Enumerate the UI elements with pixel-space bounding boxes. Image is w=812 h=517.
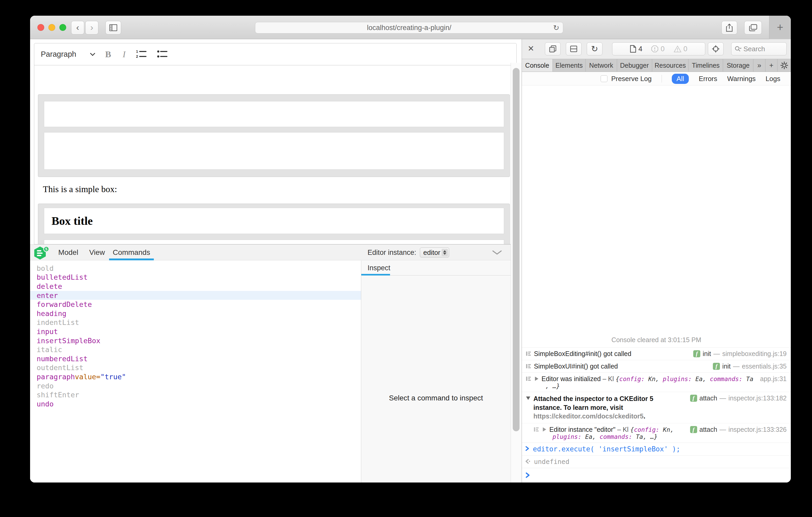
tab-timelines[interactable]: Timelines — [689, 59, 723, 71]
reload-icon[interactable]: ↻ — [553, 24, 559, 32]
close-inspector-button[interactable]: ✕ — [528, 44, 534, 53]
disclosure-triangle-icon[interactable] — [535, 377, 539, 381]
sidebar-button[interactable] — [106, 21, 121, 34]
console-message[interactable]: SimpleBoxEditing#init() got called f ini… — [522, 347, 791, 360]
command-item[interactable]: indentList — [30, 318, 361, 327]
heading-dropdown[interactable]: Paragraph — [41, 50, 96, 59]
filter-logs[interactable]: Logs — [766, 75, 780, 83]
command-item[interactable]: numberedList — [30, 354, 361, 363]
add-tab-button[interactable]: + — [765, 59, 778, 71]
tab-overflow-button[interactable]: » — [753, 59, 765, 71]
tab-storage[interactable]: Storage — [723, 59, 753, 71]
console-message[interactable]: Editor was initialized – Kl {config: Kn,… — [522, 372, 791, 392]
separator: — — [720, 426, 726, 433]
tab-inspect[interactable]: Inspect — [368, 261, 390, 275]
new-tab-button[interactable]: + — [769, 16, 791, 39]
tab-overview-button[interactable] — [744, 21, 762, 34]
window-zoom-button[interactable] — [59, 24, 66, 31]
command-item[interactable]: forwardDelete — [30, 300, 361, 309]
scrollbar-thumb[interactable] — [513, 68, 520, 431]
source-location-link[interactable]: simpleboxediting.js:19 — [722, 350, 787, 358]
search-input[interactable]: Search — [731, 42, 787, 55]
message-meta: app.js:31 — [757, 375, 787, 383]
source-location-link[interactable]: essentials.js:35 — [742, 363, 787, 370]
command-item[interactable]: undo — [30, 399, 361, 408]
prompt-chevron-icon — [525, 472, 530, 479]
collapse-chevron-icon[interactable] — [491, 249, 503, 255]
dock-bottom-button[interactable] — [566, 42, 582, 55]
simple-box-description-field[interactable] — [44, 132, 504, 170]
bulleted-list-button[interactable] — [157, 50, 167, 59]
command-item[interactable]: outdentList — [30, 363, 361, 372]
command-label: input — [37, 328, 58, 336]
numbered-list-button[interactable]: 1 2 — [136, 50, 146, 59]
console-message-nested[interactable]: Editor instance "editor" – Kl {config: K… — [522, 423, 791, 443]
command-item[interactable]: bold — [30, 264, 361, 273]
command-item[interactable]: italic — [30, 345, 361, 354]
source-location-link[interactable]: app.js:31 — [760, 375, 787, 383]
console-result[interactable]: undefined — [522, 455, 791, 468]
tab-debugger[interactable]: Debugger — [617, 59, 652, 71]
command-item[interactable]: heading — [30, 309, 361, 318]
command-attr-name: value= — [75, 373, 100, 381]
tab-elements[interactable]: Elements — [553, 59, 586, 71]
tab-commands[interactable]: Commands — [109, 245, 154, 260]
tab-network[interactable]: Network — [586, 59, 617, 71]
console-message[interactable]: SimpleBoxUI#init() got called f init — e… — [522, 360, 791, 372]
simple-box-title-field[interactable]: Box title — [44, 208, 504, 234]
svg-text:2: 2 — [136, 54, 138, 58]
tab-resources[interactable]: Resources — [652, 59, 689, 71]
window-minimize-button[interactable] — [49, 24, 55, 31]
console-prompt[interactable] — [522, 468, 791, 483]
console-input-echo[interactable]: editor.execute( 'insertSimpleBox' ); — [522, 443, 791, 455]
italic-button[interactable]: I — [123, 50, 125, 59]
simple-box-description-field[interactable] — [44, 240, 504, 244]
command-item[interactable]: paragraph value="true" — [30, 372, 361, 381]
tab-console[interactable]: Console — [522, 59, 553, 71]
back-button[interactable]: ‹ — [71, 21, 84, 34]
reload-page-button[interactable]: ↻ — [587, 42, 603, 55]
simple-box-title-field[interactable] — [44, 101, 504, 127]
window-close-button[interactable] — [37, 24, 44, 31]
gear-icon — [780, 61, 788, 69]
command-item[interactable]: delete — [30, 282, 361, 291]
filter-errors[interactable]: Errors — [699, 75, 717, 83]
filter-all[interactable]: All — [672, 74, 689, 84]
filter-warnings[interactable]: Warnings — [727, 75, 756, 83]
tab-model[interactable]: Model — [53, 245, 83, 260]
tab-view[interactable]: View — [85, 245, 109, 260]
disclosure-open-triangle-icon[interactable] — [526, 396, 530, 400]
forward-chevron-icon: › — [90, 23, 93, 32]
page-scrollbar[interactable] — [511, 63, 522, 483]
simple-box-widget-selected[interactable] — [38, 94, 510, 177]
editor-document[interactable]: This is a simple box: Box title — [34, 65, 517, 244]
preserve-log-checkbox[interactable] — [601, 75, 607, 82]
paragraph-text[interactable]: This is a simple box: — [43, 184, 117, 194]
source-location-link[interactable]: inspector.js:133:182 — [729, 394, 787, 402]
message-meta: f attach — inspector.js:133:326 — [687, 426, 787, 433]
command-label: heading — [37, 309, 66, 317]
source-location-link[interactable]: inspector.js:133:326 — [729, 426, 787, 433]
dock-side-button[interactable] — [545, 42, 560, 55]
share-button[interactable] — [722, 21, 737, 34]
disclosure-triangle-icon[interactable] — [543, 427, 546, 431]
input-chevron-icon — [525, 446, 530, 451]
command-item[interactable]: insertSimpleBox — [30, 336, 361, 345]
docs-link[interactable]: https://ckeditor.com/docs/ckeditor5 — [533, 413, 643, 420]
settings-tab-button[interactable] — [778, 59, 791, 71]
issues-summary-button[interactable]: 4 0 0 — [612, 42, 705, 55]
console-message-expanded[interactable]: Attached the inspector to a CKEditor 5 i… — [522, 392, 791, 423]
command-item[interactable]: shiftEnter — [30, 390, 361, 399]
command-item[interactable]: input — [30, 327, 361, 336]
forward-button[interactable]: › — [85, 21, 98, 34]
command-item[interactable]: bulletedList — [30, 273, 361, 282]
inspector-tabbar: Console Elements Network Debugger Resour… — [522, 59, 791, 72]
element-picker-button[interactable] — [708, 42, 724, 55]
simple-box-widget[interactable]: Box title — [38, 204, 510, 244]
command-item[interactable]: redo — [30, 381, 361, 391]
bold-button[interactable]: B — [105, 50, 111, 59]
command-item-selected[interactable]: enter — [30, 291, 361, 300]
preserve-log-control[interactable]: Preserve Log — [601, 75, 651, 83]
editor-instance-select[interactable]: editor — [420, 247, 449, 257]
url-bar[interactable]: localhost/creating-a-plugin/ ↻ — [255, 22, 563, 33]
